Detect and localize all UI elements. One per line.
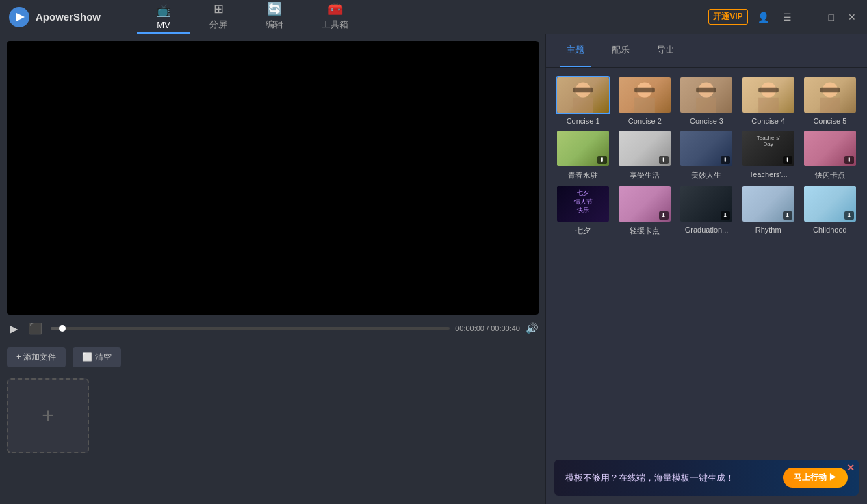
theme-label-beauty: 美妙人生 xyxy=(691,170,721,181)
theme-label-concise5: Concise 5 xyxy=(813,117,846,125)
theme-label-graduation: Graduation... xyxy=(685,226,729,234)
right-tabs: 主题 配乐 导出 xyxy=(546,34,867,68)
theme-thumb-rhythm: ⬇ xyxy=(741,185,796,223)
download-badge-flash: ⬇ xyxy=(844,156,854,164)
download-badge-rhythm: ⬇ xyxy=(783,211,792,220)
clear-button[interactable]: ⬜ 清空 xyxy=(73,347,120,367)
add-media-button[interactable]: + xyxy=(7,378,89,453)
theme-item-childhood[interactable]: ⬇Childhood xyxy=(801,185,859,236)
menu-icon[interactable]: ☰ xyxy=(779,9,796,25)
theme-thumb-concise1 xyxy=(556,76,610,114)
theme-label-concise2: Concise 2 xyxy=(628,117,662,125)
theme-item-flash[interactable]: ⬇快闪卡点 xyxy=(801,129,859,181)
download-badge-beauty: ⬇ xyxy=(721,156,730,164)
theme-item-concise1[interactable]: Concise 1 xyxy=(554,76,612,125)
theme-item-youth[interactable]: ⬇青春永驻 xyxy=(554,129,612,181)
theme-item-beauty[interactable]: ⬇美妙人生 xyxy=(677,129,735,181)
theme-thumb-enjoy: ⬇ xyxy=(617,129,672,168)
minimize-button[interactable]: — xyxy=(801,9,819,25)
theme-item-concise5[interactable]: Concise 5 xyxy=(801,76,859,125)
theme-thumb-flash: ⬇ xyxy=(803,129,857,168)
theme-item-graduation[interactable]: ⬇Graduation... xyxy=(677,185,735,236)
tab-export-label: 导出 xyxy=(657,44,675,55)
theme-thumb-qixi: 七夕情人节快乐 xyxy=(556,185,610,223)
theme-label-rhythm: Rhythm xyxy=(755,226,781,234)
theme-item-teachers[interactable]: Teachers'Day ⬇Teachers'... xyxy=(740,129,797,181)
tab-theme[interactable]: 主题 xyxy=(560,34,591,67)
close-button[interactable]: ✕ xyxy=(844,9,860,25)
volume-button[interactable]: 🔊 xyxy=(526,322,539,334)
account-icon[interactable]: 👤 xyxy=(753,9,773,25)
main-area: ▶ ⬛ 00:00:00 / 00:00:40 🔊 + 添加文件 ⬜ 清空 + xyxy=(0,34,867,504)
theme-thumb-beauty: ⬇ xyxy=(679,129,734,168)
download-badge-soft: ⬇ xyxy=(659,211,669,220)
stop-button[interactable]: ⬛ xyxy=(26,321,45,336)
vip-button[interactable]: 开通VIP xyxy=(708,9,747,25)
tab-music-label: 配乐 xyxy=(612,44,630,55)
theme-thumb-soft: ⬇ xyxy=(617,185,672,223)
time-total: 00:00:40 xyxy=(491,324,520,332)
theme-item-rhythm[interactable]: ⬇Rhythm xyxy=(740,185,797,236)
theme-label-concise1: Concise 1 xyxy=(567,117,600,125)
time-display: 00:00:00 / 00:00:40 xyxy=(455,324,520,332)
theme-item-enjoy[interactable]: ⬇享受生活 xyxy=(616,129,673,181)
titlebar-right: 开通VIP 👤 ☰ — □ ✕ xyxy=(708,9,867,25)
theme-thumb-concise3 xyxy=(679,76,734,114)
theme-thumb-concise2 xyxy=(617,76,672,114)
promo-banner: 模板不够用？在线端，海量模板一键生成！ 马上行动 ▶ ✕ xyxy=(554,460,859,496)
theme-item-concise3[interactable]: Concise 3 xyxy=(677,76,735,125)
svg-rect-9 xyxy=(697,88,717,92)
theme-label-teachers: Teachers'... xyxy=(749,170,788,178)
svg-rect-6 xyxy=(634,88,655,92)
svg-rect-10 xyxy=(697,98,717,113)
svg-rect-16 xyxy=(820,98,840,113)
nav-tab-edit[interactable]: 🔄 编辑 xyxy=(246,0,302,34)
nav-tab-tools[interactable]: 🧰 工具箱 xyxy=(302,0,367,34)
nav-tab-mv[interactable]: 📺 MV xyxy=(137,0,190,34)
nav-tab-edit-label: 编辑 xyxy=(266,18,283,31)
theme-label-flash: 快闪卡点 xyxy=(815,170,845,181)
svg-rect-7 xyxy=(634,98,655,113)
download-badge-youth: ⬇ xyxy=(597,156,607,164)
titlebar: ApowerShow 📺 MV ⊞ 分屏 🔄 编辑 🧰 工具箱 开通VIP 👤 … xyxy=(0,0,867,34)
theme-thumb-concise4 xyxy=(741,76,796,114)
nav-tab-tools-label: 工具箱 xyxy=(322,18,348,31)
theme-label-concise4: Concise 4 xyxy=(751,117,785,125)
nav-tabs: 📺 MV ⊞ 分屏 🔄 编辑 🧰 工具箱 xyxy=(137,0,708,34)
banner-cta-button[interactable]: 马上行动 ▶ xyxy=(783,468,848,488)
theme-item-concise2[interactable]: Concise 2 xyxy=(616,76,673,125)
theme-item-soft[interactable]: ⬇轻缓卡点 xyxy=(616,185,673,236)
theme-label-youth: 青春永驻 xyxy=(568,170,598,181)
left-panel: ▶ ⬛ 00:00:00 / 00:00:40 🔊 + 添加文件 ⬜ 清空 + xyxy=(0,34,545,504)
theme-item-qixi[interactable]: 七夕情人节快乐 七夕 xyxy=(554,185,612,236)
svg-rect-3 xyxy=(573,88,593,92)
theme-item-concise4[interactable]: Concise 4 xyxy=(740,76,797,125)
add-file-button[interactable]: + 添加文件 xyxy=(7,347,66,367)
progress-fill xyxy=(51,327,62,330)
nav-tab-split[interactable]: ⊞ 分屏 xyxy=(190,0,246,34)
logo-area: ApowerShow xyxy=(0,6,137,28)
progress-handle[interactable] xyxy=(59,325,66,332)
video-preview xyxy=(7,41,539,315)
edit-icon: 🔄 xyxy=(267,1,282,16)
toolbar: + 添加文件 ⬜ 清空 xyxy=(7,342,539,373)
theme-label-enjoy: 享受生活 xyxy=(630,170,660,181)
theme-thumb-graduation: ⬇ xyxy=(679,185,734,223)
theme-label-concise3: Concise 3 xyxy=(690,117,723,125)
banner-close-button[interactable]: ✕ xyxy=(846,462,855,473)
download-badge-childhood: ⬇ xyxy=(844,211,854,220)
tab-export[interactable]: 导出 xyxy=(650,34,682,67)
svg-rect-4 xyxy=(573,98,593,113)
svg-rect-15 xyxy=(820,88,840,92)
theme-thumb-teachers: Teachers'Day ⬇ xyxy=(741,129,796,168)
theme-label-qixi: 七夕 xyxy=(575,226,591,236)
maximize-button[interactable]: □ xyxy=(825,9,838,25)
play-button[interactable]: ▶ xyxy=(7,321,21,336)
progress-bar[interactable] xyxy=(51,327,450,330)
themes-grid: Concise 1 Concise 2 Concise 3 Concise 4 xyxy=(546,68,867,460)
app-name: ApowerShow xyxy=(36,11,101,23)
tab-music[interactable]: 配乐 xyxy=(605,34,636,67)
tools-icon: 🧰 xyxy=(328,1,343,16)
theme-label-childhood: Childhood xyxy=(813,226,847,234)
split-icon: ⊞ xyxy=(213,1,224,16)
